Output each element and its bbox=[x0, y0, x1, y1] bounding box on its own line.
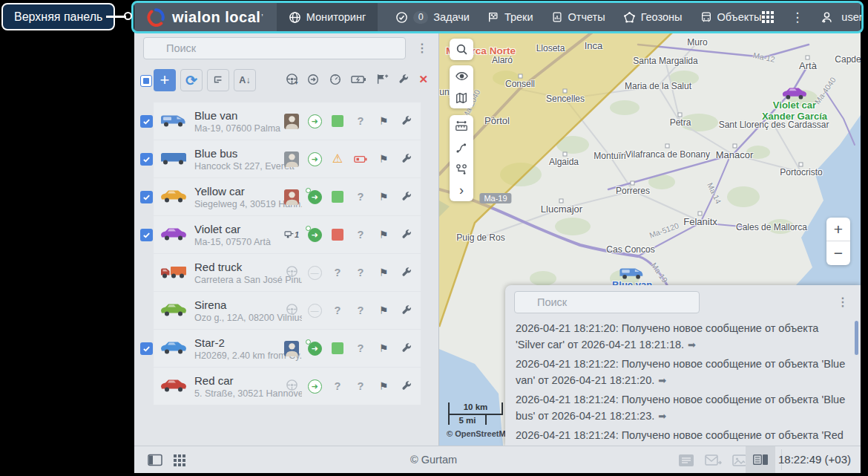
tab-monitoring[interactable]: Мониторинг bbox=[277, 3, 378, 31]
flag-icon[interactable]: ⚑ bbox=[376, 380, 391, 392]
flag-icon[interactable]: ⚑ bbox=[376, 115, 391, 127]
unit-checkbox[interactable] bbox=[140, 115, 153, 128]
unit-row[interactable]: Violet car Ma-15, 07570 Artà 1 bbox=[134, 216, 438, 253]
toggle-panel-icon[interactable] bbox=[148, 454, 162, 466]
add-unit-button[interactable]: + bbox=[154, 69, 176, 91]
flag-icon[interactable]: ⚑ bbox=[376, 304, 391, 316]
reports-icon bbox=[551, 11, 563, 23]
unit-checkbox[interactable] bbox=[140, 191, 153, 203]
unit-row[interactable]: Red car 5. Straße, 30521 Hannover bbox=[134, 368, 438, 405]
map-label: Santa Margalida bbox=[633, 56, 697, 66]
unit-settings-icon[interactable] bbox=[399, 342, 414, 354]
map-visibility-button[interactable] bbox=[450, 65, 473, 87]
tab-tracks[interactable]: Треки bbox=[487, 3, 533, 31]
settings-column-icon[interactable] bbox=[398, 74, 410, 85]
more-menu-icon[interactable]: ⋮ bbox=[791, 11, 803, 24]
sensors-column-icon[interactable] bbox=[351, 74, 366, 85]
plus-icon: + bbox=[160, 71, 170, 90]
sensor-state-icon: ? bbox=[353, 304, 368, 316]
map[interactable]: Mallorca NorteLlosetaIncaAlaróBunyolaCon… bbox=[439, 31, 861, 446]
driver-column-icon[interactable]: 1 bbox=[284, 230, 299, 239]
unit-row[interactable]: Red truck Carretera a San José Pinul... bbox=[134, 254, 438, 291]
refresh-button[interactable]: ⟳ bbox=[180, 69, 203, 91]
tab-objects[interactable]: Объекты bbox=[700, 3, 762, 31]
unit-row[interactable]: Star-2 H20269, 2.40 km from Cy... bbox=[134, 330, 438, 367]
map-search-button[interactable] bbox=[450, 39, 473, 60]
tab-tasks[interactable]: 0 Задачи bbox=[395, 3, 470, 31]
log-entry: 2026-04-21 18:21:24: Получено новое сооб… bbox=[516, 428, 849, 446]
datetime-column-icon[interactable] bbox=[329, 73, 342, 86]
tab-reports[interactable]: Отчеты bbox=[551, 3, 605, 31]
unit-settings-icon[interactable] bbox=[399, 304, 414, 316]
unit-settings-icon[interactable] bbox=[399, 267, 414, 278]
unit-settings-icon[interactable] bbox=[399, 191, 414, 203]
connection-state-icon: ⚠ ? bbox=[330, 229, 345, 241]
unit-checkbox[interactable] bbox=[140, 153, 153, 166]
map-label: Consell bbox=[505, 79, 535, 89]
unit-row[interactable]: Blue van Ma-19, 07600 Palma bbox=[134, 102, 438, 140]
flag-icon[interactable]: ⚑ bbox=[376, 229, 391, 241]
expand-tools-button[interactable]: › bbox=[450, 180, 473, 201]
driver-column-icon[interactable] bbox=[284, 151, 299, 167]
sort-button[interactable]: A↓ bbox=[234, 69, 256, 91]
flag-icon[interactable]: ⚑ bbox=[376, 191, 391, 203]
driver-column-icon[interactable] bbox=[284, 114, 299, 129]
go-to-message-icon[interactable]: ➡ bbox=[658, 375, 666, 386]
wialon-logo[interactable]: wialon localʼ bbox=[146, 7, 263, 27]
driver-avatar bbox=[284, 341, 299, 356]
measure-distance-button[interactable] bbox=[450, 115, 473, 137]
unit-row[interactable]: Blue bus Hancock St 227, Everett bbox=[134, 140, 438, 177]
nearest-units-button[interactable] bbox=[450, 158, 473, 180]
bottom-apps-grid-icon[interactable] bbox=[173, 454, 186, 467]
routing-button[interactable] bbox=[450, 137, 473, 158]
motion-state-icon: ➜ — bbox=[307, 342, 322, 356]
annotation-callout: Верхняя панель bbox=[1, 3, 115, 30]
log-scrollbar[interactable] bbox=[855, 321, 858, 355]
media-icon[interactable] bbox=[732, 454, 747, 466]
driver-column-icon[interactable] bbox=[284, 264, 299, 281]
user-menu[interactable]: user bbox=[820, 10, 862, 25]
unit-panel-menu-icon[interactable]: ⋮ bbox=[416, 41, 429, 55]
sensor-state-icon: ? bbox=[353, 191, 368, 203]
notices-icon[interactable] bbox=[679, 454, 694, 466]
tree-view-button[interactable] bbox=[207, 69, 229, 91]
flag-icon[interactable]: ⚑ bbox=[376, 267, 391, 278]
map-layers-button[interactable] bbox=[450, 87, 473, 108]
driver-column-icon[interactable] bbox=[284, 378, 299, 395]
unit-checkbox[interactable] bbox=[140, 229, 153, 241]
driver-column-icon[interactable] bbox=[284, 302, 299, 319]
flag-icon[interactable]: ⚑ bbox=[376, 342, 391, 354]
clear-list-icon[interactable]: ✕ bbox=[418, 73, 428, 86]
unit-list-panel: ⋮ + ⟳ A↓ ▾ bbox=[134, 31, 439, 446]
flags-column-icon[interactable] bbox=[375, 73, 389, 85]
go-to-message-icon[interactable]: ➡ bbox=[688, 339, 696, 351]
driver-column-icon[interactable] bbox=[284, 189, 299, 205]
sms-icon[interactable] bbox=[705, 454, 722, 466]
unit-row[interactable]: Sirena Ozo g., 12A, 08200 Vilnius bbox=[134, 292, 438, 329]
go-to-message-icon[interactable]: ➡ bbox=[658, 411, 666, 422]
motion-column-icon[interactable] bbox=[306, 73, 320, 86]
driver-column-icon[interactable] bbox=[284, 341, 299, 356]
unit-search-input[interactable] bbox=[143, 37, 406, 59]
globe-icon bbox=[289, 11, 301, 24]
log-toggle-button[interactable] bbox=[746, 446, 775, 473]
flag-icon[interactable]: ⚑ bbox=[376, 153, 391, 165]
log-panel-menu-icon[interactable]: ⋮ bbox=[837, 295, 849, 309]
zoom-out-button[interactable]: − bbox=[826, 241, 850, 265]
unit-settings-icon[interactable] bbox=[399, 153, 414, 165]
unit-settings-icon[interactable] bbox=[399, 229, 414, 241]
unit-settings-icon[interactable] bbox=[399, 380, 414, 392]
unit-settings-icon[interactable] bbox=[399, 115, 414, 127]
sensor-state-icon: ? bbox=[353, 380, 368, 392]
log-search-input[interactable] bbox=[514, 291, 700, 313]
unit-row[interactable]: Yellow car Siegelweg 4, 30519 Hann... bbox=[134, 178, 438, 215]
tab-geofences[interactable]: Геозоны bbox=[623, 3, 683, 31]
zoom-in-button[interactable]: + bbox=[826, 218, 850, 241]
copyright: © Gurtam bbox=[410, 454, 457, 466]
unit-checkbox[interactable] bbox=[140, 342, 153, 355]
apps-grid-icon[interactable] bbox=[761, 10, 775, 24]
select-all-checkbox[interactable] bbox=[140, 75, 152, 87]
steering-wheel-icon bbox=[285, 302, 299, 316]
unit-map-marker[interactable]: Violet car Xander García bbox=[762, 85, 827, 123]
drivers-column-icon[interactable]: ▾ bbox=[285, 72, 297, 86]
